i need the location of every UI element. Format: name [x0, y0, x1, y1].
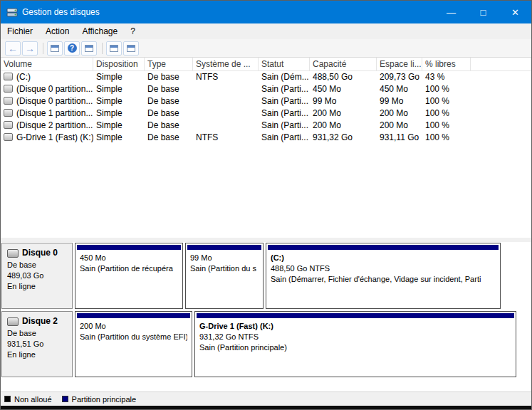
- column-statut[interactable]: Statut: [259, 58, 310, 70]
- disk-icon: [7, 249, 19, 258]
- menubar: Fichier Action Affichage ?: [1, 23, 531, 39]
- partition-strip: 200 Mo Sain (Partition du système EFI) G…: [75, 311, 530, 377]
- cell-type: De base: [145, 120, 193, 132]
- list-view-button[interactable]: [81, 41, 97, 56]
- titlebar: Gestion des disques — □ ✕: [1, 1, 531, 23]
- cell-disposition: Simple: [93, 95, 145, 107]
- column-disposition[interactable]: Disposition: [93, 58, 145, 70]
- properties-button[interactable]: [123, 41, 139, 56]
- partition-line: Sain (Partition principale): [199, 342, 511, 353]
- help-button[interactable]: ?: [64, 41, 80, 56]
- disk-name: Disque 0: [22, 248, 58, 258]
- console-tree-button[interactable]: [47, 41, 63, 56]
- menu-fichier[interactable]: Fichier: [1, 23, 39, 39]
- partition-line: 488,50 Go NTFS: [271, 263, 496, 274]
- close-button[interactable]: ✕: [499, 1, 531, 23]
- cell-capacite: 99 Mo: [310, 95, 377, 107]
- cell-capacite: 931,32 Go: [310, 132, 377, 144]
- action-pane-button[interactable]: [106, 41, 122, 56]
- table-row[interactable]: (Disque 0 partition... Simple De base Sa…: [1, 83, 531, 95]
- cell-statut: Sain (Parti...: [259, 120, 310, 132]
- cell-capacite: 200 Mo: [310, 107, 377, 120]
- partition-line: 450 Mo: [80, 253, 178, 263]
- column-filler: [471, 58, 531, 70]
- graphical-view: Disque 0 De base 489,03 Go En ligne 450 …: [1, 242, 531, 391]
- legend-label: Non alloué: [14, 395, 52, 404]
- table-row[interactable]: (C:) Simple De base NTFS Sain (Dém... 48…: [1, 71, 531, 83]
- column-libres[interactable]: % libres: [422, 58, 471, 70]
- partition-color-bar: [77, 313, 190, 318]
- forward-icon: →: [25, 43, 35, 53]
- partition-line: 200 Mo: [80, 321, 187, 332]
- volume-list: Volume Disposition Type Système de ... S…: [1, 58, 531, 238]
- partition[interactable]: (C:) 488,50 Go NTFS Sain (Démarrer, Fich…: [266, 243, 501, 309]
- menu-action[interactable]: Action: [39, 23, 75, 39]
- cell-filesystem: [193, 83, 259, 95]
- forward-button[interactable]: →: [22, 41, 38, 56]
- partition[interactable]: 99 Mo Sain (Partition du s: [185, 243, 264, 309]
- cell-disposition: Simple: [93, 132, 145, 144]
- cell-capacite: 450 Mo: [310, 83, 377, 95]
- cell-type: De base: [145, 83, 193, 95]
- partition-color-bar: [187, 245, 261, 250]
- properties-icon: [127, 45, 135, 52]
- cell-disposition: Simple: [93, 71, 145, 83]
- cell-espace: 931,11 Go: [377, 132, 422, 144]
- disk-type: De base: [7, 260, 72, 270]
- partition-color-bar: [77, 245, 181, 250]
- app-icon: [6, 6, 18, 18]
- disk-icon: [7, 317, 19, 326]
- cell-espace: 200 Mo: [377, 107, 422, 120]
- volume-icon: [4, 73, 13, 80]
- legend-item-unallocated: Non alloué: [4, 395, 52, 404]
- action-pane-icon: [110, 45, 118, 52]
- partition[interactable]: G-Drive 1 (Fast) (K:) 931,32 Go NTFS Sai…: [194, 311, 516, 377]
- cell-filesystem: NTFS: [193, 132, 259, 144]
- menu-affichage[interactable]: Affichage: [75, 23, 124, 39]
- partition-line: Sain (Démarrer, Fichier d'échange, Vidag…: [271, 274, 496, 285]
- volume-name: (Disque 0 partition...: [16, 96, 93, 106]
- table-row[interactable]: (Disque 2 partition... Simple De base Sa…: [1, 120, 531, 132]
- table-row[interactable]: (Disque 1 partition... Simple De base Sa…: [1, 107, 531, 120]
- partition[interactable]: 450 Mo Sain (Partition de récupéra: [75, 243, 183, 309]
- column-filesystem[interactable]: Système de ...: [193, 58, 259, 70]
- column-capacite[interactable]: Capacité: [310, 58, 377, 70]
- legend-bar: Non alloué Partition principale: [1, 391, 531, 406]
- cell-statut: Sain (Dém...: [259, 71, 310, 83]
- unallocated-swatch: [4, 396, 11, 402]
- cell-libres: 43 %: [422, 71, 471, 83]
- toolbar: ← → ?: [1, 39, 531, 58]
- table-row[interactable]: (Disque 0 partition... Simple De base Sa…: [1, 95, 531, 107]
- column-espace[interactable]: Espace li...: [377, 58, 422, 70]
- toolbar-separator: [43, 43, 43, 54]
- cell-libres: 100 %: [422, 107, 471, 120]
- column-volume[interactable]: Volume: [1, 58, 93, 70]
- cell-filesystem: NTFS: [193, 71, 259, 83]
- column-type[interactable]: Type: [145, 58, 193, 70]
- cell-capacite: 488,50 Go: [310, 71, 377, 83]
- partition[interactable]: 200 Mo Sain (Partition du système EFI): [75, 311, 192, 377]
- menu-help[interactable]: ?: [124, 23, 142, 39]
- minimize-button[interactable]: —: [435, 1, 467, 23]
- disk-status: En ligne: [7, 349, 72, 360]
- disk-status: En ligne: [7, 281, 72, 292]
- partition-line: Sain (Partition du système EFI): [80, 332, 187, 342]
- primary-partition-swatch: [62, 396, 68, 402]
- disk-row-2: Disque 2 De base 931,51 Go En ligne 200 …: [1, 311, 530, 377]
- table-row[interactable]: G-Drive 1 (Fast) (K:) Simple De base NTF…: [1, 132, 531, 144]
- cell-espace: 99 Mo: [377, 95, 422, 107]
- partition-color-bar: [268, 245, 499, 250]
- cell-disposition: Simple: [93, 83, 145, 95]
- disk-info-panel[interactable]: Disque 0 De base 489,03 Go En ligne: [1, 243, 73, 309]
- disk-size: 489,03 Go: [7, 270, 72, 281]
- volume-name: (C:): [16, 72, 31, 82]
- back-button[interactable]: ←: [5, 41, 21, 56]
- cell-statut: Sain (Parti...: [259, 95, 310, 107]
- cell-type: De base: [145, 95, 193, 107]
- disk-info-panel[interactable]: Disque 2 De base 931,51 Go En ligne: [1, 311, 73, 377]
- window-bottom-edge: [1, 406, 531, 409]
- partition-line: Sain (Partition du s: [190, 263, 259, 274]
- maximize-button[interactable]: □: [467, 1, 499, 23]
- cell-libres: 100 %: [422, 83, 471, 95]
- cell-disposition: Simple: [93, 107, 145, 120]
